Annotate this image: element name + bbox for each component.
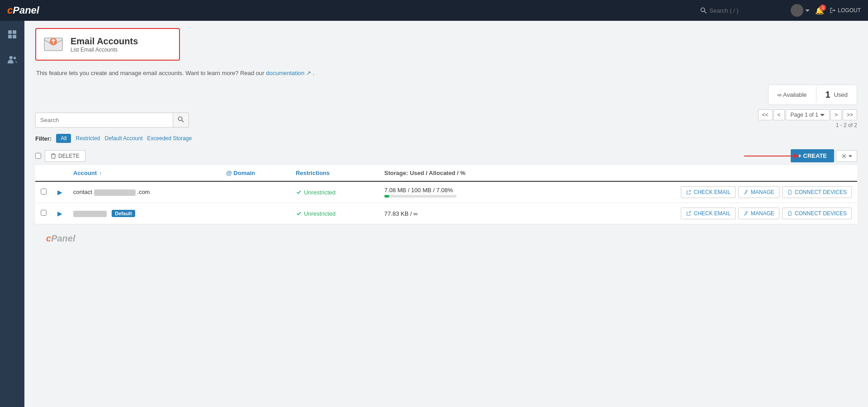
table-row: ▶ ████████ Default Unrestricted — [35, 203, 857, 224]
sidebar-users-icon[interactable] — [3, 51, 21, 69]
stats-box: ∞ Available 1 Used — [768, 85, 857, 105]
sidebar — [0, 21, 24, 407]
col-actions — [540, 165, 857, 181]
row1-domain-cell — [221, 181, 290, 203]
svg-rect-19 — [788, 211, 791, 216]
row2-domain-cell — [221, 203, 290, 224]
svg-rect-5 — [13, 30, 16, 34]
description: This feature lets you create and manage … — [36, 70, 857, 76]
create-arrow — [744, 156, 798, 156]
row1-manage-button[interactable]: MANAGE — [738, 186, 779, 198]
filter-default-account-link[interactable]: Default Account — [105, 135, 143, 142]
search-input[interactable] — [36, 114, 173, 127]
email-accounts-icon — [42, 33, 64, 55]
page-header: Email Accounts List Email Accounts — [35, 28, 180, 61]
settings-button[interactable] — [836, 150, 857, 162]
col-check — [35, 165, 52, 181]
pagination-prev[interactable]: < — [774, 109, 785, 120]
col-restrictions: Restrictions — [290, 165, 379, 181]
svg-rect-17 — [788, 190, 791, 194]
row2-checkbox[interactable] — [41, 210, 47, 216]
row1-storage: 7.08 MB / 100 MB / 7.08% — [379, 181, 540, 203]
col-expand — [52, 165, 68, 181]
row1-expand-button[interactable]: ▶ — [57, 189, 62, 196]
logout-button[interactable]: LOGOUT — [830, 7, 861, 14]
search-area — [700, 7, 785, 14]
row1-check — [35, 181, 52, 203]
pagination-first[interactable]: << — [758, 109, 773, 120]
table-header-row: Account ↑ @ Domain Restrictions Storage:… — [35, 165, 857, 181]
filter-row: Filter: All Restricted Default Account E… — [35, 134, 857, 143]
col-account[interactable]: Account ↑ — [68, 165, 221, 181]
select-all-checkbox[interactable] — [35, 153, 41, 159]
delete-button[interactable]: DELETE — [45, 150, 85, 162]
svg-point-15 — [843, 155, 845, 156]
toolbar-right: + CREATE — [791, 149, 857, 162]
record-count: 1 - 2 of 2 — [836, 122, 857, 128]
topnav-search-input[interactable] — [709, 7, 785, 14]
main-layout: Email Accounts List Email Accounts This … — [0, 21, 868, 407]
footer-logo: cPanel — [35, 224, 857, 253]
col-at-domain: @ Domain — [221, 165, 290, 181]
row2-storage: 77.83 KB / ∞ — [379, 203, 540, 224]
toolbar-left: DELETE — [35, 150, 85, 162]
row2-check — [35, 203, 52, 224]
default-badge: Default — [112, 210, 135, 217]
row2-manage-button[interactable]: MANAGE — [738, 208, 779, 219]
row1-expand: ▶ — [52, 181, 68, 203]
svg-point-8 — [9, 56, 13, 59]
filter-label: Filter: — [35, 135, 52, 142]
notification-badge: 1 — [820, 5, 826, 11]
logout-icon — [830, 7, 836, 14]
row1-actions: CHECK EMAIL MANAGE CONNECT DEVICES — [540, 181, 857, 203]
page-subtitle: List Email Accounts — [71, 47, 138, 53]
cpanel-logo: cPanel — [7, 5, 39, 16]
row2-expand-button[interactable]: ▶ — [57, 210, 62, 217]
row2-account: ████████ Default — [68, 203, 221, 224]
wrench-icon — [743, 189, 749, 195]
table-row: ▶ contact ██████████ .com Unrestricted — [35, 181, 857, 203]
available-label: ∞ Available — [778, 91, 807, 98]
svg-point-0 — [701, 8, 705, 11]
svg-rect-4 — [8, 30, 12, 34]
pagination-last[interactable]: >> — [843, 109, 857, 120]
svg-line-13 — [182, 120, 184, 122]
row1-account: contact ██████████ .com — [68, 181, 221, 203]
filter-exceeded-storage-link[interactable]: Exceeded Storage — [147, 135, 192, 142]
row1-check-email-button[interactable]: CHECK EMAIL — [681, 186, 735, 198]
email-table: Account ↑ @ Domain Restrictions Storage:… — [35, 165, 857, 224]
svg-line-1 — [704, 11, 706, 13]
search-icon — [178, 116, 184, 123]
logout-label: LOGOUT — [838, 7, 861, 14]
controls-row: << < Page 1 of 1 > >> 1 - 2 of 2 — [35, 109, 857, 130]
filter-all-button[interactable]: All — [56, 134, 71, 143]
svg-rect-6 — [8, 35, 12, 38]
notifications-bell[interactable]: 🔔 1 — [815, 6, 824, 15]
row2-restriction: Unrestricted — [290, 203, 379, 224]
col-storage: Storage: Used / Allocated / % — [379, 165, 540, 181]
toolbar-row: DELETE + CREATE — [35, 149, 857, 162]
page-label: Page 1 of 1 — [786, 109, 830, 120]
pagination-next[interactable]: > — [830, 109, 842, 120]
avatar — [791, 4, 803, 17]
check-icon — [296, 189, 302, 195]
check-icon-2 — [296, 210, 302, 217]
search-button[interactable] — [173, 113, 189, 127]
main-content: Email Accounts List Email Accounts This … — [24, 21, 868, 407]
row1-connect-devices-button[interactable]: CONNECT DEVICES — [782, 186, 852, 198]
filter-restricted-link[interactable]: Restricted — [75, 135, 100, 142]
wrench-icon-2 — [743, 211, 749, 216]
used-stat: 1 Used — [816, 85, 857, 104]
row2-check-email-button[interactable]: CHECK EMAIL — [681, 208, 735, 219]
row2-connect-devices-button[interactable]: CONNECT DEVICES — [782, 208, 852, 219]
trash-icon — [51, 153, 56, 159]
available-stat: ∞ Available — [769, 87, 816, 103]
svg-rect-7 — [13, 35, 16, 38]
user-menu[interactable] — [791, 4, 810, 17]
documentation-link[interactable]: documentation ↗ — [266, 70, 313, 76]
sidebar-apps-icon[interactable] — [3, 25, 21, 43]
storage-bar-fill-1 — [384, 195, 389, 198]
page-header-text: Email Accounts List Email Accounts — [71, 36, 138, 53]
svg-marker-14 — [820, 114, 825, 116]
row1-checkbox[interactable] — [41, 189, 47, 194]
